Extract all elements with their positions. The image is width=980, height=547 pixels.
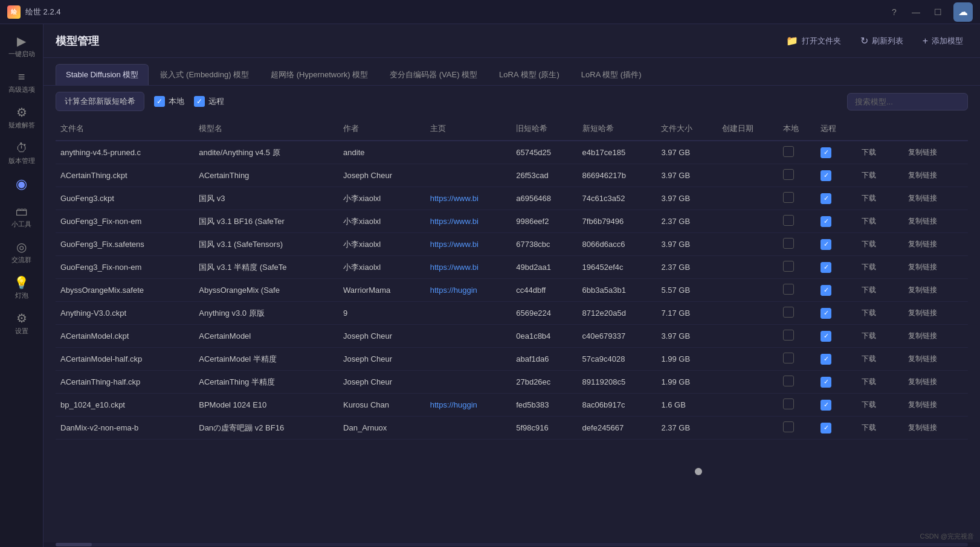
- copy-link-button[interactable]: 复制链接: [904, 399, 941, 410]
- sidebar-item-settings[interactable]: ⚙ 设置: [0, 306, 43, 342]
- cell-local-checkbox[interactable]: [778, 325, 816, 348]
- cell-copy-link[interactable]: 复制链接: [900, 371, 968, 394]
- cell-remote-checkbox[interactable]: ✓: [816, 371, 853, 394]
- remote-check[interactable]: ✓: [820, 193, 831, 204]
- local-check[interactable]: [783, 261, 794, 272]
- cell-download[interactable]: 下载: [853, 371, 900, 394]
- cell-remote-checkbox[interactable]: ✓: [816, 256, 853, 279]
- download-button[interactable]: 下载: [858, 238, 880, 249]
- local-check[interactable]: [783, 307, 794, 318]
- copy-link-button[interactable]: 复制链接: [904, 261, 941, 272]
- cell-local-checkbox[interactable]: [778, 279, 816, 302]
- cell-remote-checkbox[interactable]: ✓: [816, 394, 853, 417]
- download-button[interactable]: 下载: [858, 170, 880, 181]
- sidebar-item-advanced[interactable]: ≡ 高级选项: [0, 65, 43, 100]
- cell-download[interactable]: 下载: [853, 348, 900, 371]
- cell-copy-link[interactable]: 复制链接: [900, 187, 968, 210]
- help-button[interactable]: ?: [888, 7, 900, 17]
- remote-check[interactable]: ✓: [820, 354, 831, 365]
- remote-check[interactable]: ✓: [820, 216, 831, 227]
- cell-download[interactable]: 下载: [853, 187, 900, 210]
- cell-copy-link[interactable]: 复制链接: [900, 210, 968, 233]
- local-check[interactable]: [783, 192, 794, 203]
- sidebar-item-models[interactable]: ◉: [0, 171, 43, 199]
- remote-check[interactable]: ✓: [820, 400, 831, 411]
- sidebar-item-version[interactable]: ⏱ 版本管理: [0, 136, 43, 171]
- remote-check[interactable]: ✓: [820, 308, 831, 319]
- cell-copy-link[interactable]: 复制链接: [900, 417, 968, 440]
- cell-download[interactable]: 下载: [853, 417, 900, 440]
- cell-copy-link[interactable]: 复制链接: [900, 164, 968, 187]
- cell-remote-checkbox[interactable]: ✓: [816, 233, 853, 256]
- copy-link-button[interactable]: 复制链接: [904, 353, 941, 364]
- sidebar-item-ideas[interactable]: 💡 灯泡: [0, 270, 43, 306]
- local-check[interactable]: [783, 169, 794, 180]
- download-button[interactable]: 下载: [858, 330, 880, 341]
- local-check[interactable]: [783, 215, 794, 226]
- download-button[interactable]: 下载: [858, 284, 880, 295]
- copy-link-button[interactable]: 复制链接: [904, 238, 941, 249]
- cell-copy-link[interactable]: 复制链接: [900, 256, 968, 279]
- copy-link-button[interactable]: 复制链接: [904, 216, 941, 226]
- remote-check[interactable]: ✓: [820, 423, 831, 433]
- cell-remote-checkbox[interactable]: ✓: [816, 279, 853, 302]
- calc-hash-button[interactable]: 计算全部新版短哈希: [56, 92, 144, 111]
- cell-copy-link[interactable]: 复制链接: [900, 302, 968, 325]
- tab-lora-native[interactable]: LoRA 模型 (原生): [489, 64, 570, 85]
- cell-download[interactable]: 下载: [853, 233, 900, 256]
- copy-link-button[interactable]: 复制链接: [904, 170, 941, 181]
- cell-download[interactable]: 下载: [853, 394, 900, 417]
- cell-copy-link[interactable]: 复制链接: [900, 394, 968, 417]
- local-check[interactable]: [783, 398, 794, 409]
- corner-icon-button[interactable]: ☁: [953, 2, 973, 22]
- copy-link-button[interactable]: 复制链接: [904, 376, 941, 387]
- remote-checkbox[interactable]: ✓: [194, 96, 205, 107]
- cell-download[interactable]: 下载: [853, 141, 900, 164]
- cell-remote-checkbox[interactable]: ✓: [816, 164, 853, 187]
- remote-check[interactable]: ✓: [820, 331, 831, 342]
- cell-copy-link[interactable]: 复制链接: [900, 141, 968, 164]
- cell-remote-checkbox[interactable]: ✓: [816, 210, 853, 233]
- cell-copy-link[interactable]: 复制链接: [900, 348, 968, 371]
- local-check[interactable]: [783, 238, 794, 249]
- cell-remote-checkbox[interactable]: ✓: [816, 325, 853, 348]
- copy-link-button[interactable]: 复制链接: [904, 330, 941, 341]
- download-button[interactable]: 下载: [858, 399, 880, 410]
- cell-local-checkbox[interactable]: [778, 417, 816, 440]
- maximize-button[interactable]: ☐: [932, 7, 944, 17]
- remote-check[interactable]: ✓: [820, 285, 831, 296]
- download-button[interactable]: 下载: [858, 376, 880, 387]
- cell-local-checkbox[interactable]: [778, 371, 816, 394]
- copy-link-button[interactable]: 复制链接: [904, 193, 941, 203]
- tab-vae[interactable]: 变分自编码器 (VAE) 模型: [379, 64, 488, 85]
- scrollbar-thumb[interactable]: [56, 543, 92, 546]
- cell-remote-checkbox[interactable]: ✓: [816, 302, 853, 325]
- cell-local-checkbox[interactable]: [778, 187, 816, 210]
- remote-check[interactable]: ✓: [820, 377, 831, 388]
- download-button[interactable]: 下载: [858, 261, 880, 272]
- cell-local-checkbox[interactable]: [778, 256, 816, 279]
- sidebar-item-tools[interactable]: 🗃 小工具: [0, 199, 43, 235]
- remote-check[interactable]: ✓: [820, 147, 831, 158]
- local-check[interactable]: [783, 146, 794, 157]
- cell-local-checkbox[interactable]: [778, 164, 816, 187]
- sidebar-item-troubleshoot[interactable]: ⚙ 疑难解答: [0, 100, 43, 136]
- cell-copy-link[interactable]: 复制链接: [900, 325, 968, 348]
- local-check[interactable]: [783, 421, 794, 432]
- local-check[interactable]: [783, 284, 794, 295]
- remote-check[interactable]: ✓: [820, 239, 831, 250]
- tab-stable-diffusion[interactable]: Stable Diffusion 模型: [56, 64, 149, 85]
- remote-check[interactable]: ✓: [820, 170, 831, 181]
- download-button[interactable]: 下载: [858, 216, 880, 226]
- cell-remote-checkbox[interactable]: ✓: [816, 348, 853, 371]
- cell-download[interactable]: 下载: [853, 164, 900, 187]
- download-button[interactable]: 下载: [858, 353, 880, 364]
- download-button[interactable]: 下载: [858, 193, 880, 203]
- cell-download[interactable]: 下载: [853, 256, 900, 279]
- cell-local-checkbox[interactable]: [778, 348, 816, 371]
- cell-download[interactable]: 下载: [853, 325, 900, 348]
- search-input[interactable]: [847, 93, 968, 110]
- cell-local-checkbox[interactable]: [778, 302, 816, 325]
- copy-link-button[interactable]: 复制链接: [904, 147, 941, 158]
- tab-lora-plugin[interactable]: LoRA 模型 (插件): [571, 64, 652, 85]
